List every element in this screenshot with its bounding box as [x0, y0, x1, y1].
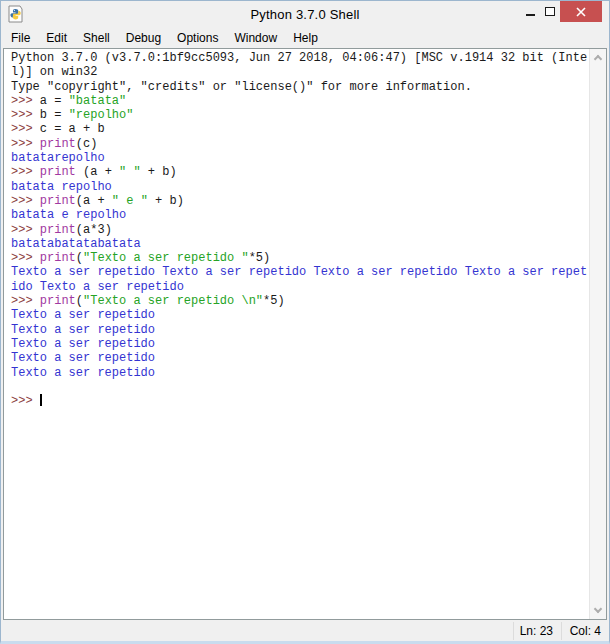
shell-line: >>> print("Texto a ser repetido \n"*5)	[11, 294, 588, 308]
shell-line: >>> print("Texto a ser repetido "*5)	[11, 251, 588, 265]
shell-line: >>> print(c)	[11, 137, 588, 151]
shell-line: Texto a ser repetido Texto a ser repetid…	[11, 265, 588, 279]
menu-item-help[interactable]: Help	[285, 29, 326, 47]
menu-item-edit[interactable]: Edit	[38, 29, 75, 47]
idle-shell-window: Python 3.7.0 Shell FileEditShellDebugOpt…	[0, 0, 610, 644]
menubar: FileEditShellDebugOptionsWindowHelp	[1, 27, 609, 48]
shell-line: Python 3.7.0 (v3.7.0:1bf9cc5093, Jun 27 …	[11, 51, 588, 65]
shell-line: >>> print (a + " " + b)	[11, 165, 588, 179]
minimize-icon	[526, 14, 535, 16]
shell-line: batatarepolho	[11, 151, 588, 165]
close-button[interactable]	[560, 1, 602, 22]
shell-line: >>> print(a + " e " + b)	[11, 194, 588, 208]
vertical-scrollbar[interactable]	[589, 49, 606, 619]
python-idle-icon	[7, 5, 24, 23]
shell-line: batata e repolho	[11, 208, 588, 222]
shell-line: Type "copyright", "credits" or "license(…	[11, 80, 588, 94]
menu-item-window[interactable]: Window	[226, 29, 285, 47]
shell-line: Texto a ser repetido	[11, 308, 588, 322]
shell-text-area[interactable]: Python 3.7.0 (v3.7.0:1bf9cc5093, Jun 27 …	[3, 48, 607, 620]
maximize-button[interactable]	[540, 1, 560, 22]
shell-line: Texto a ser repetido	[11, 366, 588, 380]
status-col-indicator: Col: 4	[561, 622, 609, 640]
shell-line: >>> b = "repolho"	[11, 108, 588, 122]
shell-line: batatabatatabatata	[11, 237, 588, 251]
close-icon	[576, 3, 586, 21]
titlebar[interactable]: Python 3.7.0 Shell	[1, 1, 609, 27]
window-title: Python 3.7.0 Shell	[1, 7, 609, 22]
maximize-icon	[545, 7, 555, 16]
status-bar: Ln: 23 Col: 4	[1, 621, 609, 641]
shell-line: batata repolho	[11, 180, 588, 194]
shell-line: >>>	[11, 394, 588, 408]
shell-line: l)] on win32	[11, 65, 588, 79]
shell-line: Texto a ser repetido	[11, 337, 588, 351]
minimize-button[interactable]	[521, 1, 540, 22]
shell-line	[11, 380, 588, 394]
chevron-down-icon	[594, 605, 602, 613]
shell-line: >>> c = a + b	[11, 122, 588, 136]
window-controls	[521, 1, 602, 22]
text-cursor	[40, 394, 42, 406]
menu-item-options[interactable]: Options	[169, 29, 226, 47]
menu-item-debug[interactable]: Debug	[118, 29, 169, 47]
status-line-indicator: Ln: 23	[513, 622, 561, 640]
scroll-up-button[interactable]	[590, 49, 607, 66]
menu-item-file[interactable]: File	[3, 29, 38, 47]
shell-line: >>> print(a*3)	[11, 223, 588, 237]
chevron-up-icon	[594, 55, 602, 63]
shell-lines: Python 3.7.0 (v3.7.0:1bf9cc5093, Jun 27 …	[4, 50, 588, 619]
shell-line: ido Texto a ser repetido	[11, 280, 588, 294]
shell-line: Texto a ser repetido	[11, 351, 588, 365]
menu-item-shell[interactable]: Shell	[75, 29, 118, 47]
shell-line: Texto a ser repetido	[11, 323, 588, 337]
scroll-down-button[interactable]	[590, 602, 607, 619]
shell-line: >>> a = "batata"	[11, 94, 588, 108]
